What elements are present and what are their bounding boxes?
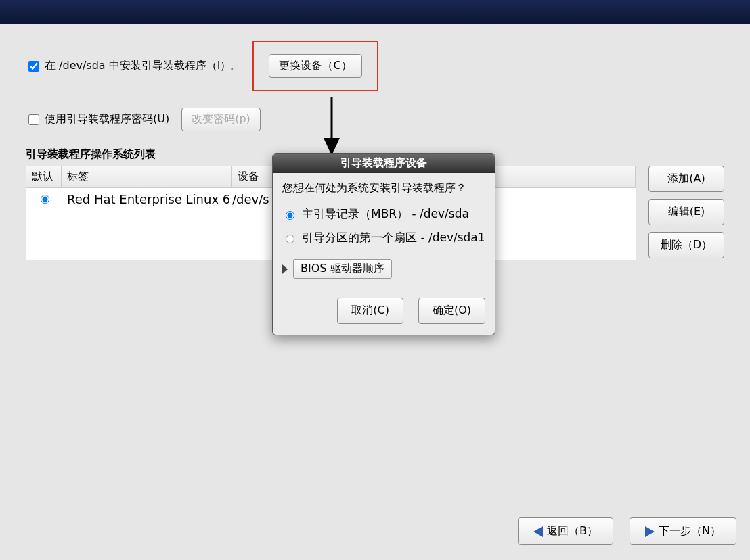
use-bootloader-password-checkbox[interactable]	[28, 114, 39, 125]
row-label: Red Hat Enterprise Linux 6	[62, 192, 232, 206]
dialog-ok-button[interactable]: 确定(O)	[418, 298, 485, 324]
dialog-title: 引导装载程序设备	[273, 154, 495, 173]
bios-order-button[interactable]: BIOS 驱动器顺序	[293, 259, 392, 279]
dialog-cancel-button[interactable]: 取消(C)	[337, 298, 403, 324]
edit-button[interactable]: 编辑(E)	[648, 199, 724, 225]
side-buttons: 添加(A) 编辑(E) 删除（D）	[648, 166, 724, 260]
change-device-button[interactable]: 更换设备（C）	[269, 54, 361, 78]
bios-order-expander[interactable]: BIOS 驱动器顺序	[282, 259, 485, 279]
row-default-radio[interactable]	[26, 192, 62, 206]
delete-button[interactable]: 删除（D）	[648, 232, 724, 258]
default-os-radio[interactable]	[41, 195, 49, 204]
dialog-actions: 取消(C) 确定(O)	[282, 298, 485, 324]
next-button[interactable]: 下一步（N）	[630, 517, 736, 545]
dialog-question: 您想在何处为系统安装引导装载程序？	[282, 181, 485, 195]
install-bootloader-row: 在 /dev/sda 中安装引导装载程序（I）。 更换设备（C）	[26, 41, 724, 91]
radio-first-sector-label: 引导分区的第一个扇区 - /dev/sda1	[302, 230, 485, 246]
install-bootloader-checkbox[interactable]	[28, 61, 39, 72]
radio-option-mbr[interactable]: 主引导记录（MBR） - /dev/sda	[282, 202, 485, 226]
use-bootloader-password-label: 使用引导装载程序密码(U)	[45, 112, 169, 126]
arrow-right-icon	[645, 526, 655, 537]
next-button-label: 下一步（N）	[659, 524, 721, 538]
window-header-bar	[0, 0, 750, 24]
radio-mbr-label: 主引导记录（MBR） - /dev/sda	[302, 206, 469, 222]
radio-option-first-sector[interactable]: 引导分区的第一个扇区 - /dev/sda1	[282, 226, 485, 250]
radio-first-sector[interactable]	[286, 235, 294, 243]
add-button[interactable]: 添加(A)	[648, 166, 724, 192]
back-button-label: 返回（B）	[547, 524, 598, 538]
back-button[interactable]: 返回（B）	[518, 517, 613, 545]
radio-mbr[interactable]	[286, 211, 294, 220]
dialog-body: 您想在何处为系统安装引导装载程序？ 主引导记录（MBR） - /dev/sda …	[273, 173, 495, 335]
install-bootloader-label: 在 /dev/sda 中安装引导装载程序（I）。	[45, 59, 242, 73]
change-password-button: 改变密码(p)	[181, 108, 261, 131]
footer-nav: 返回（B） 下一步（N）	[518, 517, 736, 545]
expander-arrow-icon	[282, 264, 288, 274]
bootloader-password-row: 使用引导装载程序密码(U) 改变密码(p)	[26, 108, 724, 131]
bootloader-device-dialog: 引导装载程序设备 您想在何处为系统安装引导装载程序？ 主引导记录（MBR） - …	[272, 153, 495, 335]
col-default[interactable]: 默认	[26, 166, 62, 187]
arrow-left-icon	[533, 526, 543, 537]
col-label[interactable]: 标签	[62, 166, 232, 187]
change-device-highlight: 更换设备（C）	[252, 41, 378, 91]
